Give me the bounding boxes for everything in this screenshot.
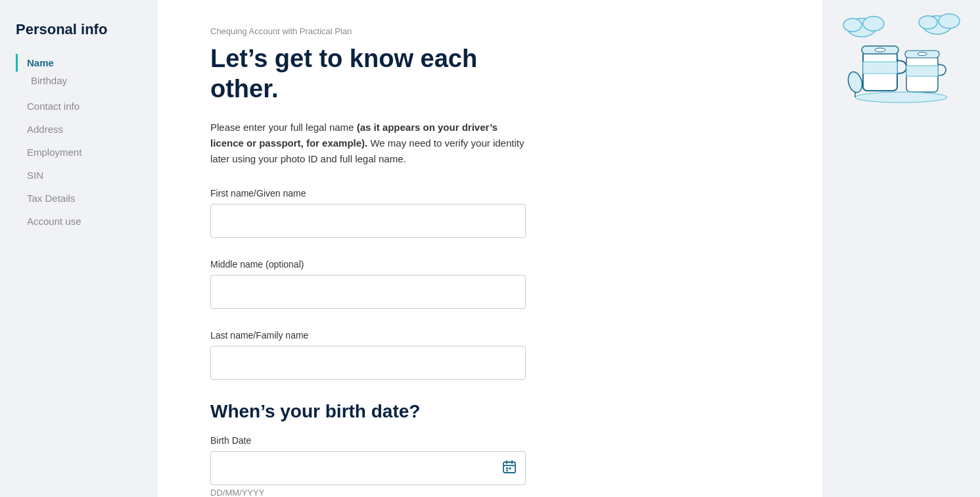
birth-date-hint: DD/MM/YYYY: [210, 488, 526, 497]
last-name-input[interactable]: [210, 346, 526, 380]
description-text: Please enter your full legal name (as it…: [210, 120, 526, 167]
birth-date-input[interactable]: [210, 451, 526, 485]
sidebar-item-contact-label: Contact info: [27, 101, 80, 112]
svg-point-8: [863, 16, 884, 31]
svg-point-25: [855, 92, 947, 103]
middle-name-input[interactable]: [210, 275, 526, 309]
first-name-input[interactable]: [210, 204, 526, 238]
last-name-group: Last name/Family name: [210, 330, 526, 380]
svg-point-11: [939, 14, 960, 28]
svg-rect-14: [863, 62, 897, 74]
sidebar: Personal info Name Birthday Contact info…: [0, 0, 158, 497]
sidebar-item-sin-label: SIN: [27, 170, 43, 181]
sidebar-item-account-use-label: Account use: [27, 216, 82, 227]
svg-point-22: [918, 53, 927, 56]
last-name-label: Last name/Family name: [210, 330, 526, 341]
birth-date-heading: When’s your birth date?: [210, 401, 539, 422]
birth-date-group: Birth Date DD/MM/YYYY: [210, 435, 526, 497]
sidebar-item-name[interactable]: Name: [16, 54, 142, 72]
sidebar-item-tax-details[interactable]: Tax Details: [16, 189, 142, 207]
svg-point-9: [843, 18, 862, 32]
coffee-cups-illustration: [835, 13, 967, 118]
breadcrumb: Chequing Account with Practical Plan: [210, 26, 770, 36]
sidebar-title: Personal info: [16, 21, 142, 38]
first-name-group: First name/Given name: [210, 188, 526, 238]
sidebar-item-tax-details-label: Tax Details: [27, 193, 75, 204]
sidebar-item-name-label: Name: [27, 57, 54, 68]
sidebar-item-address[interactable]: Address: [16, 120, 142, 138]
svg-point-26: [846, 70, 864, 94]
svg-point-16: [875, 48, 885, 52]
sidebar-item-account-use[interactable]: Account use: [16, 212, 142, 230]
sidebar-item-contact-info[interactable]: Contact info: [16, 97, 142, 115]
birth-date-label: Birth Date: [210, 435, 526, 446]
sidebar-item-birthday-label: Birthday: [31, 75, 67, 86]
sidebar-item-birthday[interactable]: Birthday: [16, 72, 142, 89]
main-content: Chequing Account with Practical Plan Let…: [158, 0, 822, 497]
first-name-label: First name/Given name: [210, 188, 526, 199]
page-heading: Let’s get to know each other.: [210, 44, 539, 104]
illustration-area: [822, 0, 980, 497]
sidebar-item-employment-label: Employment: [27, 147, 82, 158]
sidebar-item-address-label: Address: [27, 124, 63, 135]
middle-name-label: Middle name (optional): [210, 259, 526, 270]
birth-date-input-wrapper: [210, 451, 526, 485]
middle-name-group: Middle name (optional): [210, 259, 526, 309]
svg-point-12: [919, 16, 937, 29]
svg-rect-20: [906, 66, 938, 76]
sidebar-item-sin[interactable]: SIN: [16, 166, 142, 184]
sidebar-item-employment[interactable]: Employment: [16, 143, 142, 161]
